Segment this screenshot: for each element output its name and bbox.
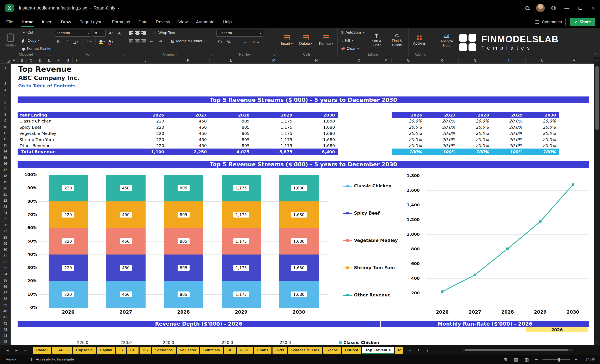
accessibility-status[interactable]: Accessibility: Investigate (36, 357, 74, 362)
sheet-tab-captable[interactable]: CapTable (73, 347, 96, 354)
stream-value: 805 (210, 143, 250, 148)
bar-x-label: 2028 (177, 309, 190, 315)
tabs-scroll-left-button[interactable] (3, 348, 12, 352)
bar-data-label: 805 (178, 291, 189, 297)
stream-value: 450 (167, 131, 207, 136)
partial-data-label: 220.0 (163, 340, 174, 345)
total-value: 4,025 (210, 149, 250, 154)
stream-value: 220 (124, 143, 164, 148)
bar-y-label: 0% (19, 305, 37, 310)
stream-pct: 20.0% (392, 131, 422, 136)
tabs-scroll-right-button[interactable] (12, 348, 21, 352)
sheet-tab-kpis[interactable]: KPIs (272, 347, 287, 354)
bar-data-label: 1,680 (291, 212, 307, 218)
sheet-tab-bs[interactable]: BS (140, 347, 151, 354)
bar-data-label: 1,680 (291, 238, 307, 244)
bar-data-label: 1,175 (233, 238, 249, 244)
sheet-tab-dupont[interactable]: DuPont (342, 347, 361, 354)
line-marker (474, 273, 476, 276)
line-y-label: 600 (399, 261, 420, 266)
legend-marker-classic-chicken (346, 185, 349, 187)
stream-pct: 20.0% (525, 143, 556, 148)
tabs-list-button[interactable] (21, 348, 30, 352)
bar-data-label: 1,175 (233, 265, 249, 271)
normal-view-button[interactable] (500, 357, 511, 362)
sheet-tab-bar: PayrollCAPEXCapTableCapitalISCFBSScenari… (0, 345, 600, 355)
stream-pct: 20.0% (492, 131, 522, 136)
new-sheet-button[interactable]: + (414, 347, 423, 353)
stream-name: Vegetable Medley (19, 131, 56, 136)
pct-year-header: 2030 (525, 113, 556, 118)
sheet-tab-charts[interactable]: Charts (254, 347, 272, 354)
sheet-tab-top-revenue[interactable]: Top_Revenue (362, 347, 394, 354)
stream-value: 1,680 (295, 137, 335, 142)
sheet-tab-be[interactable]: BE (224, 347, 235, 354)
year-selector-cell[interactable]: 2026 (526, 327, 588, 332)
stream-value: 220 (124, 125, 164, 130)
bar-data-label: 450 (120, 185, 132, 191)
bar-data-label: 1,680 (291, 185, 307, 191)
page-break-view-button[interactable] (521, 357, 532, 362)
sheet-tab-roic[interactable]: ROIC (237, 347, 253, 354)
excel-window: X instant-noodle-manufacturing.xlsx - Re… (0, 0, 600, 364)
pct-year-header: 2026 (392, 113, 422, 118)
partial-data-label: 220.0 (222, 340, 233, 345)
bar-x-label: 2030 (292, 309, 305, 315)
zoom-level[interactable]: 140% (580, 357, 595, 362)
scroll-down-icon[interactable] (596, 341, 598, 344)
stream-pct: 20.0% (492, 143, 522, 148)
bar-y-label: 70% (19, 212, 37, 217)
bar-y-label: 10% (19, 292, 37, 297)
status-bar-right: − + 140% (500, 356, 600, 362)
bar-y-label: 30% (19, 265, 37, 270)
bar-data-label: 805 (178, 212, 189, 218)
tab-options-button[interactable] (423, 348, 432, 352)
sheet-tab-cf[interactable]: CF (127, 347, 139, 354)
stream-pct: 20.0% (525, 118, 556, 124)
sheet-tab-capital[interactable]: Capital (97, 347, 115, 354)
vertical-scrollbar-thumb[interactable] (595, 66, 599, 130)
toc-link[interactable]: Go to Table of Contents (18, 83, 76, 88)
stream-value: 1,175 (253, 118, 292, 124)
stream-name: Other Revenue (19, 143, 50, 148)
zoom-out-button[interactable]: − (532, 356, 540, 362)
pct-year-header: 2028 (459, 113, 489, 118)
stream-pct: 20.0% (492, 118, 522, 124)
sheet-tabs: PayrollCAPEXCapTableCapitalISCFBSScenari… (33, 347, 403, 354)
sheet-tab-partial[interactable]: To (395, 347, 403, 354)
sheet-tab-summary[interactable]: Summary (200, 347, 223, 354)
bar-y-label: 80% (19, 199, 37, 204)
stream-pct: 20.0% (492, 137, 522, 142)
stream-pct: 20.0% (459, 118, 489, 124)
line-y-label: - (399, 305, 420, 310)
bar-data-label: 1,680 (291, 291, 307, 297)
line-y-label: 1,000 (399, 232, 420, 237)
page-layout-view-button[interactable] (511, 357, 521, 362)
tab-overflow-button[interactable] (405, 348, 414, 352)
zoom-slider-thumb[interactable] (558, 358, 560, 362)
stream-name: Spicy Beef (19, 125, 41, 130)
scroll-up-icon[interactable] (596, 59, 598, 62)
bar-data-label: 805 (178, 265, 189, 271)
sheet-tab-sources-uses[interactable]: Sources & Uses (288, 347, 322, 354)
sheet-tab-scenarios[interactable]: Scenarios (152, 347, 176, 354)
zoom-slider[interactable] (543, 359, 570, 360)
stream-value: 805 (210, 137, 250, 142)
total-pct: 100% (459, 149, 489, 154)
line-marker (572, 183, 574, 186)
sheet-tab-payroll[interactable]: Payroll (33, 347, 51, 354)
bar-y-label: 100% (19, 172, 37, 177)
sheet-tab-capex[interactable]: CAPEX (52, 347, 72, 354)
bottom-legend-label: Classic Chicken (343, 340, 379, 345)
sheet-tab-is[interactable]: IS (116, 347, 126, 354)
line-y-label: 1,600 (399, 188, 420, 193)
sheet-tab-valuation[interactable]: Valuation (177, 347, 199, 354)
page-title: Top Revenue (18, 65, 72, 73)
vertical-scrollbar[interactable] (594, 57, 600, 345)
stream-value: 220 (124, 118, 164, 124)
sheet-tab-ratios[interactable]: Ratios (323, 347, 341, 354)
bar-y-label: 60% (19, 225, 37, 230)
zoom-in-button[interactable]: + (572, 356, 580, 362)
table-year-header: 2027 (167, 113, 207, 118)
horizontal-scrollbar-thumb[interactable] (465, 349, 568, 351)
